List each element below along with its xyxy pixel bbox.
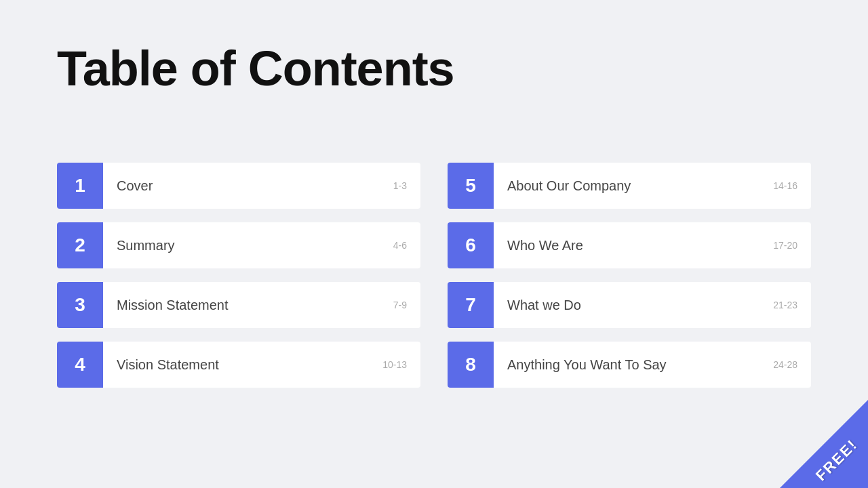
page-title: Table of Contents	[57, 41, 454, 96]
toc-item-pages: 24-28	[773, 359, 811, 370]
toc-item-label: Vision Statement	[103, 357, 382, 373]
free-badge: FREE!	[780, 400, 868, 488]
toc-item-pages: 10-13	[382, 359, 420, 370]
toc-item-label: Summary	[103, 238, 393, 253]
toc-item[interactable]: 4Vision Statement10-13	[57, 342, 420, 388]
toc-item-label: Anything You Want To Say	[494, 357, 773, 373]
toc-item-pages: 21-23	[773, 300, 811, 310]
toc-item-label: What we Do	[494, 298, 773, 313]
toc-item-label: Cover	[103, 178, 393, 194]
free-badge-text: FREE!	[812, 436, 861, 485]
toc-item[interactable]: 2Summary4-6	[57, 222, 420, 268]
toc-item[interactable]: 7What we Do21-23	[448, 282, 811, 328]
toc-item-number: 4	[57, 342, 103, 388]
toc-item[interactable]: 5About Our Company14-16	[448, 163, 811, 209]
toc-item[interactable]: 3Mission Statement7-9	[57, 282, 420, 328]
toc-item-pages: 4-6	[393, 240, 420, 251]
toc-item-number: 1	[57, 163, 103, 209]
toc-item-pages: 7-9	[393, 300, 420, 310]
toc-item-number: 5	[448, 163, 494, 209]
toc-item-number: 6	[448, 222, 494, 268]
toc-item-label: Who We Are	[494, 238, 773, 253]
toc-item-number: 3	[57, 282, 103, 328]
toc-item-label: About Our Company	[494, 178, 773, 194]
toc-item-label: Mission Statement	[103, 298, 393, 313]
toc-item-pages: 17-20	[773, 240, 811, 251]
toc-grid: 1Cover1-35About Our Company14-162Summary…	[57, 163, 811, 388]
toc-item-number: 2	[57, 222, 103, 268]
toc-item[interactable]: 8Anything You Want To Say24-28	[448, 342, 811, 388]
toc-item-pages: 1-3	[393, 180, 420, 191]
toc-item[interactable]: 6Who We Are17-20	[448, 222, 811, 268]
toc-item-number: 8	[448, 342, 494, 388]
toc-item-pages: 14-16	[773, 180, 811, 191]
toc-item-number: 7	[448, 282, 494, 328]
toc-item[interactable]: 1Cover1-3	[57, 163, 420, 209]
